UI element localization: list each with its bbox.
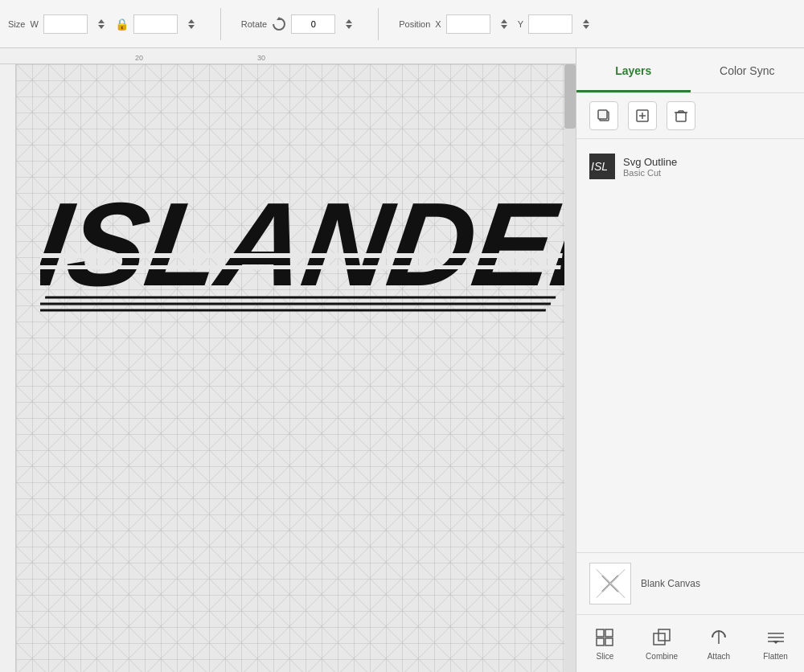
ruler-top: 20 30 [0, 48, 576, 64]
svg-marker-30 [773, 641, 779, 644]
rotate-up-arrow [346, 19, 352, 23]
layers-list: ISL Svg Outline Basic Cut [576, 139, 804, 194]
svg-rect-20 [597, 629, 604, 637]
canvas-label: Blank Canvas [641, 578, 700, 589]
flatten-button[interactable]: Flatten [747, 621, 804, 666]
top-toolbar: Size W 🔒 Rotate Position X [0, 0, 804, 48]
slice-button[interactable]: Slice [576, 621, 634, 666]
bottom-toolbar: Slice Combine Attach [576, 614, 804, 672]
rotate-label: Rotate [241, 19, 267, 29]
svg-rect-8 [598, 110, 607, 119]
rotate-icon [272, 17, 286, 31]
copy-layer-button[interactable] [589, 101, 618, 130]
slice-label: Slice [597, 652, 614, 661]
delete-layer-button[interactable] [667, 101, 695, 130]
flatten-icon [765, 626, 787, 649]
ruler-mark-20: 20 [135, 54, 143, 62]
canvas-info: Blank Canvas [576, 552, 804, 614]
height-up-arrow [188, 19, 195, 23]
combine-icon [650, 626, 673, 649]
y-input[interactable] [528, 14, 572, 34]
panel-tabs: Layers Color Sync [576, 48, 804, 93]
width-down-arrow [98, 25, 105, 29]
ruler-mark-30: 30 [257, 54, 265, 62]
add-icon [635, 109, 650, 123]
x-down-arrow [501, 25, 507, 29]
width-input[interactable] [43, 14, 88, 34]
rotate-down-arrow [346, 25, 352, 29]
svg-rect-6 [40, 265, 561, 269]
divider-2 [378, 8, 379, 40]
add-layer-button[interactable] [628, 101, 657, 130]
svg-rect-25 [658, 629, 670, 641]
svg-rect-21 [605, 629, 613, 637]
copy-icon [597, 109, 611, 123]
combine-label: Combine [646, 652, 678, 661]
svg-rect-24 [654, 633, 665, 645]
svg-rect-12 [676, 113, 686, 121]
right-panel: Layers Color Sync [576, 48, 804, 672]
size-group: Size W 🔒 [8, 14, 200, 34]
canvas-thumb-x [590, 563, 630, 604]
rotate-group: Rotate [241, 14, 358, 34]
layer-type: Basic Cut [623, 168, 677, 178]
rotate-stepper[interactable] [340, 15, 358, 33]
width-up-arrow [98, 19, 105, 23]
tab-layers[interactable]: Layers [576, 48, 691, 92]
y-down-arrow [583, 25, 589, 29]
w-label: W [30, 19, 38, 29]
layer-name: Svg Outline [623, 156, 677, 168]
size-label: Size [8, 19, 25, 29]
y-label: Y [518, 19, 523, 29]
height-down-arrow [188, 25, 195, 29]
layer-item[interactable]: ISL Svg Outline Basic Cut [576, 147, 804, 186]
attach-label: Attach [708, 652, 730, 661]
position-label: Position [399, 19, 430, 29]
y-up-arrow [583, 19, 589, 23]
scroll-thumb[interactable] [564, 64, 576, 129]
svg-text:ISL: ISL [591, 160, 608, 173]
height-stepper[interactable] [183, 15, 200, 33]
layer-thumb-svg: ISL [591, 160, 613, 173]
islanders-svg: .isl-text { font-family: Impact, 'Arial … [40, 161, 564, 322]
divider-1 [220, 8, 221, 40]
flatten-label: Flatten [763, 652, 788, 661]
tab-color-sync[interactable]: Color Sync [691, 48, 805, 92]
x-up-arrow [501, 19, 507, 23]
svg-rect-22 [597, 638, 604, 645]
ruler-side [0, 64, 16, 672]
canvas-area: 20 30 .isl-text { font-family: Impact, '… [0, 48, 576, 672]
x-label: X [435, 19, 441, 29]
x-input[interactable] [446, 14, 490, 34]
grid-canvas[interactable]: .isl-text { font-family: Impact, 'Arial … [16, 64, 564, 672]
canvas-thumbnail [589, 563, 631, 604]
main-layout: 20 30 .isl-text { font-family: Impact, '… [0, 48, 804, 672]
height-input[interactable] [133, 14, 178, 34]
svg-rect-5 [40, 253, 563, 258]
lock-icon[interactable]: 🔒 [115, 18, 129, 31]
layer-thumbnail: ISL [589, 154, 615, 179]
svg-rect-23 [605, 638, 613, 645]
delete-icon [674, 109, 688, 123]
canvas-scrollbar[interactable] [564, 64, 576, 672]
position-group: Position X Y [399, 14, 595, 34]
attach-button[interactable]: Attach [691, 621, 748, 666]
x-stepper[interactable] [495, 15, 513, 33]
layer-info: Svg Outline Basic Cut [623, 156, 677, 178]
svg-text:ISLANDERS: ISLANDERS [40, 178, 564, 311]
width-stepper[interactable] [92, 15, 110, 33]
islanders-logo: .isl-text { font-family: Impact, 'Arial … [40, 161, 563, 325]
rotate-input[interactable] [291, 14, 335, 34]
layer-icons-row [576, 93, 804, 139]
combine-button[interactable]: Combine [634, 621, 691, 666]
y-stepper[interactable] [577, 15, 595, 33]
attach-icon [708, 626, 730, 649]
slice-icon [593, 626, 616, 649]
